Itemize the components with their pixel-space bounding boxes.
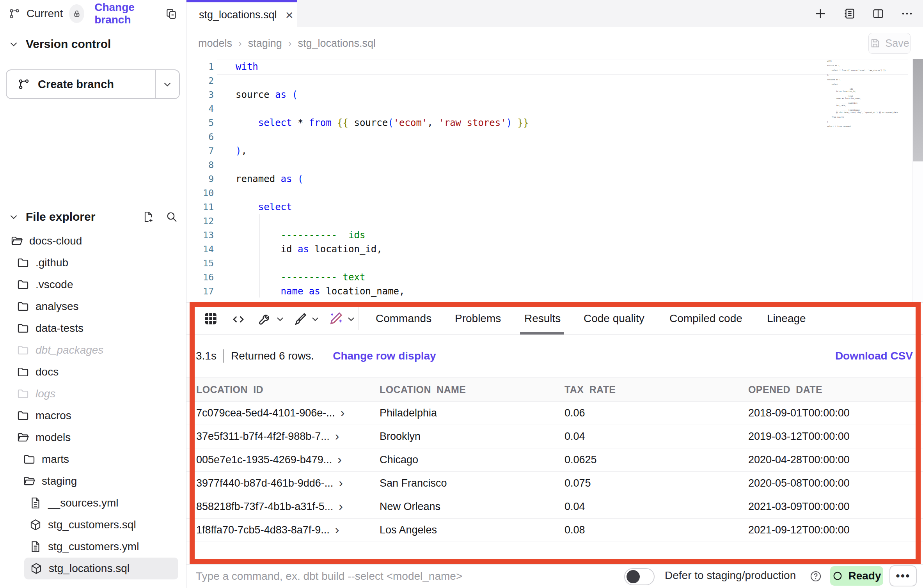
- new-tab-icon[interactable]: [814, 7, 827, 20]
- defer-label: Defer to staging/production: [665, 569, 796, 582]
- expand-cell-icon[interactable]: ›: [341, 406, 345, 419]
- code-view-icon[interactable]: [231, 312, 246, 327]
- save-button[interactable]: Save: [868, 33, 911, 54]
- expand-cell-icon[interactable]: ›: [339, 500, 343, 512]
- cell-location-id[interactable]: 858218fb-73f7-4b1b-a31f-5...›: [196, 501, 380, 513]
- file-tree-item-docs-cloud[interactable]: docs-cloud: [0, 230, 186, 252]
- status-badge[interactable]: Ready: [830, 566, 883, 586]
- expand-cell-icon[interactable]: ›: [335, 430, 339, 442]
- change-row-display-link[interactable]: Change row display: [333, 350, 436, 362]
- build-wrench-icon[interactable]: [257, 311, 273, 327]
- cell: 2018-09-01T00:00:00: [748, 407, 923, 419]
- code-line-17[interactable]: 17 name as location_name,: [186, 284, 826, 298]
- code-line-7[interactable]: 7),: [186, 144, 826, 158]
- file-tree-item-docs[interactable]: docs: [0, 361, 186, 383]
- editor-minimap[interactable]: with source as ( select * from {{ source…: [827, 60, 905, 128]
- format-brush-icon[interactable]: [293, 311, 308, 327]
- panel-tab-lineage[interactable]: Lineage: [767, 303, 806, 335]
- file-tree-item-stg-customers-sql[interactable]: stg_customers.sql: [0, 514, 186, 536]
- code-line-4[interactable]: 4: [186, 102, 826, 116]
- command-input[interactable]: [196, 568, 586, 585]
- file-tree-item-logs[interactable]: logs: [0, 383, 186, 405]
- cell-location-id[interactable]: 7c079cea-5ed4-4101-906e-...›: [196, 407, 380, 420]
- close-tab-icon[interactable]: ×: [286, 8, 293, 21]
- notebook-icon[interactable]: [843, 7, 856, 20]
- panel-tab-compiled-code[interactable]: Compiled code: [669, 303, 742, 335]
- cell-location-id[interactable]: 005e7e1c-1935-4269-b479...›: [196, 454, 380, 466]
- tab-stg-locations-sql[interactable]: stg_locations.sql ×: [186, 0, 297, 27]
- help-icon[interactable]: [809, 570, 822, 583]
- code-line-11[interactable]: 11 select: [186, 200, 826, 214]
- code-line-8[interactable]: 8: [186, 158, 826, 172]
- create-branch-label: Create branch: [38, 78, 114, 91]
- save-icon: [870, 38, 880, 49]
- code-line-2[interactable]: 2: [186, 74, 826, 88]
- editor-scrollbar[interactable]: [912, 59, 923, 302]
- cell-location-id[interactable]: 1f8ffa70-7cb5-4d83-8a7f-9...›: [196, 524, 380, 537]
- chevron-down-icon[interactable]: [275, 314, 285, 324]
- code-line-14[interactable]: 14 id as location_id,: [186, 242, 826, 256]
- copy-icon[interactable]: [165, 7, 178, 20]
- file-tree-item-dbt-packages[interactable]: dbt_packages: [0, 339, 186, 361]
- create-branch-button[interactable]: Create branch: [6, 69, 180, 99]
- current-branch-label: Current: [27, 7, 63, 20]
- panel-tab-commands[interactable]: Commands: [376, 303, 431, 335]
- code-line-13[interactable]: 13 ---------- ids: [186, 228, 826, 242]
- file-tree-item-macros[interactable]: macros: [0, 405, 186, 427]
- breadcrumb-models[interactable]: models: [198, 37, 232, 50]
- expand-cell-icon[interactable]: ›: [337, 453, 342, 466]
- file-tree-item-stg-locations-sql[interactable]: stg_locations.sql: [24, 558, 178, 579]
- version-control-section-header[interactable]: Version control: [9, 37, 111, 51]
- create-branch-dropdown[interactable]: [155, 70, 179, 98]
- split-editor-icon[interactable]: [872, 7, 885, 20]
- file-tree-item-staging[interactable]: staging: [0, 470, 186, 492]
- statusbar-more-button[interactable]: •••: [889, 565, 917, 586]
- file-tree-item--sources-yml[interactable]: __sources.yml: [0, 492, 186, 514]
- breadcrumb-staging[interactable]: staging: [248, 37, 282, 50]
- file-tree-item--vscode[interactable]: .vscode: [0, 274, 186, 296]
- defer-toggle[interactable]: [624, 568, 655, 585]
- chevron-down-icon[interactable]: [346, 314, 356, 324]
- code-line-3[interactable]: 3source as (: [186, 88, 826, 102]
- code-editor[interactable]: 1with23source as (45 select * from {{ so…: [186, 59, 923, 302]
- file-tree-item-analyses[interactable]: analyses: [0, 296, 186, 317]
- code-line-6[interactable]: 6: [186, 130, 826, 144]
- file-tree-item-data-tests[interactable]: data-tests: [0, 317, 186, 339]
- line-number: 16: [186, 270, 214, 284]
- line-number: 6: [186, 130, 214, 144]
- table-view-icon[interactable]: [202, 310, 219, 327]
- panel-tab-results[interactable]: Results: [524, 303, 561, 335]
- code-line-15[interactable]: 15: [186, 256, 826, 270]
- ai-assist-icon[interactable]: [328, 310, 344, 327]
- scrollbar-thumb[interactable]: [913, 59, 923, 161]
- expand-cell-icon[interactable]: ›: [335, 523, 339, 536]
- cell: 0.04: [564, 501, 748, 513]
- download-csv-link[interactable]: Download CSV: [835, 350, 913, 362]
- more-options-icon[interactable]: [900, 7, 914, 20]
- file-name-label: data-tests: [36, 322, 83, 335]
- file-tree-item--github[interactable]: .github: [0, 252, 186, 274]
- chevron-down-icon[interactable]: [311, 314, 320, 324]
- code-line-9[interactable]: 9renamed as (: [186, 172, 826, 186]
- file-explorer-section-header[interactable]: File explorer: [9, 206, 178, 228]
- code-line-10[interactable]: 10: [186, 186, 826, 200]
- change-branch-link[interactable]: Change branch: [94, 1, 159, 26]
- search-icon[interactable]: [165, 211, 178, 223]
- file-tree-item-marts[interactable]: marts: [0, 448, 186, 470]
- panel-tab-problems[interactable]: Problems: [455, 303, 501, 335]
- code-line-5[interactable]: 5 select * from {{ source('ecom', 'raw_s…: [186, 116, 826, 130]
- code-line-16[interactable]: 16 ---------- text: [186, 270, 826, 284]
- cell-location-id[interactable]: 37e5f311-b7f4-4f2f-988b-7...›: [196, 430, 380, 443]
- cell-location-id[interactable]: 3977f440-b87d-461b-9dd6-...›: [196, 477, 380, 490]
- file-tree-item-stg-customers-yml[interactable]: stg_customers.yml: [0, 536, 186, 558]
- cell: 0.08: [564, 524, 748, 536]
- toggle-knob: [627, 570, 640, 583]
- code-line-1[interactable]: 1with: [186, 60, 826, 74]
- panel-tab-code-quality[interactable]: Code quality: [584, 303, 644, 335]
- expand-cell-icon[interactable]: ›: [339, 476, 343, 489]
- breadcrumb-file[interactable]: stg_locations.sql: [298, 37, 376, 50]
- new-file-icon[interactable]: [142, 211, 154, 223]
- code-line-12[interactable]: 12: [186, 214, 826, 228]
- file-tree-item-models[interactable]: models: [0, 427, 186, 448]
- ready-circle-icon: [832, 570, 843, 581]
